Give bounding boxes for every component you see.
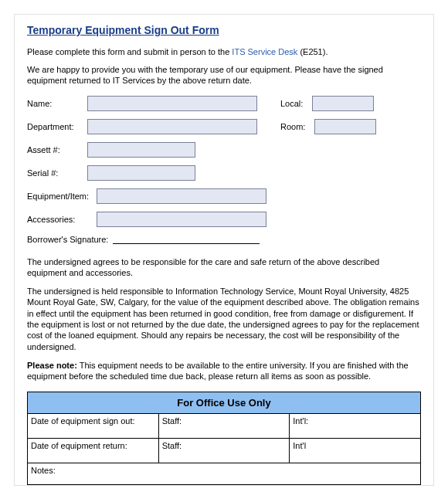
cell-notes: Notes: xyxy=(28,463,421,484)
cell-return-date: Date of equipment return: xyxy=(28,438,159,463)
label-equipment: Equipment/Item: xyxy=(27,192,92,201)
form-container: Temporary Equipment Sign Out Form Please… xyxy=(14,14,434,486)
local-field[interactable] xyxy=(312,96,374,111)
row-name: Name: Local: xyxy=(27,96,421,111)
cell-intl-2: Int'l xyxy=(290,438,421,463)
serial-field[interactable] xyxy=(87,165,195,181)
row-department: Department: Room: xyxy=(27,119,421,134)
label-local: Local: xyxy=(280,99,303,108)
equipment-field[interactable] xyxy=(97,188,266,204)
row-equipment: Equipment/Item: xyxy=(27,188,421,204)
intro-line-2: We are happy to provide you with the tem… xyxy=(27,64,421,86)
row-serial: Serial #: xyxy=(27,165,421,181)
office-header: For Office Use Only xyxy=(28,392,421,413)
please-note: Please note: This equipment needs to be … xyxy=(27,360,421,382)
its-service-desk-link[interactable]: ITS Service Desk xyxy=(232,47,297,56)
row-accessories: Accessories: xyxy=(27,212,421,227)
signature-line xyxy=(113,243,260,244)
department-field[interactable] xyxy=(87,119,257,134)
row-asset: Assett #: xyxy=(27,142,421,158)
cell-intl-1: Int'l: xyxy=(290,413,421,438)
cell-staff-2: Staff: xyxy=(158,438,290,463)
label-room: Room: xyxy=(280,122,305,131)
accessories-field[interactable] xyxy=(97,212,266,227)
name-field[interactable] xyxy=(87,96,257,111)
label-asset: Assett #: xyxy=(27,145,83,154)
intro-pre: Please complete this form and submit in … xyxy=(27,47,232,56)
note-label: Please note: xyxy=(27,361,77,370)
row-signature: Borrower's Signature: xyxy=(27,235,421,244)
page-title: Temporary Equipment Sign Out Form xyxy=(27,24,421,36)
intro-post: (E251). xyxy=(297,47,328,56)
label-serial: Serial #: xyxy=(27,168,83,178)
label-department: Department: xyxy=(27,122,83,131)
terms-2: The undersigned is held responsible to I… xyxy=(27,286,421,352)
cell-staff-1: Staff: xyxy=(158,413,290,438)
note-text: This equipment needs to be available to … xyxy=(27,361,409,381)
label-name: Name: xyxy=(27,99,83,108)
label-accessories: Accessories: xyxy=(27,215,92,224)
label-signature: Borrower's Signature: xyxy=(27,235,108,244)
room-field[interactable] xyxy=(314,119,376,134)
intro-line-1: Please complete this form and submit in … xyxy=(27,47,421,56)
cell-signout-date: Date of equipment sign out: xyxy=(28,413,159,438)
asset-field[interactable] xyxy=(87,142,195,158)
office-use-table: For Office Use Only Date of equipment si… xyxy=(27,392,421,485)
terms-1: The undersigned agrees to be responsible… xyxy=(27,256,421,279)
